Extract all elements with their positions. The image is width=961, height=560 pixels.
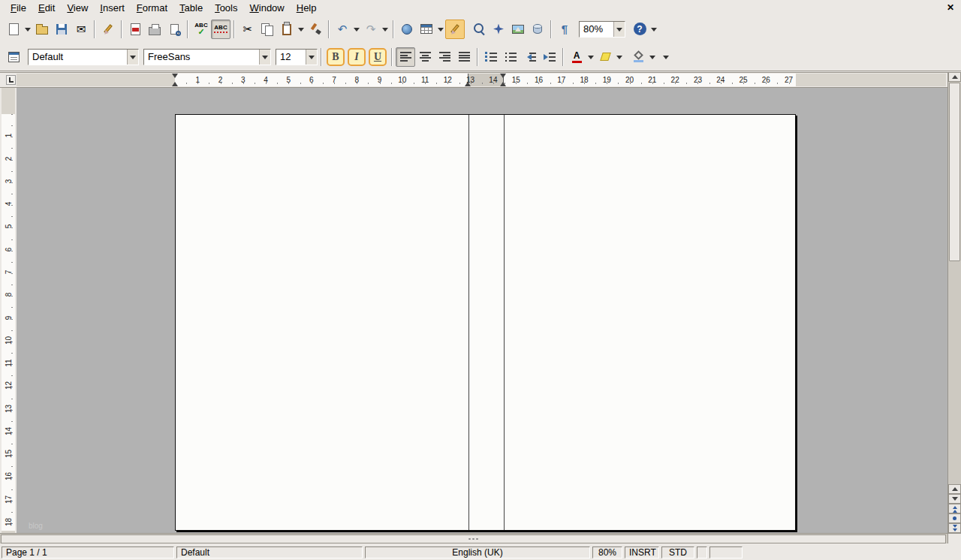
export-pdf-button[interactable] bbox=[125, 20, 145, 39]
insert-table-button[interactable] bbox=[417, 20, 436, 39]
scroll-up-button[interactable] bbox=[948, 72, 961, 82]
font-color-button[interactable]: A bbox=[567, 47, 586, 67]
background-color-button[interactable] bbox=[628, 47, 648, 67]
status-insert-mode[interactable]: INSRT bbox=[625, 546, 659, 558]
status-language[interactable]: English (UK) bbox=[365, 546, 590, 558]
hyperlink-button[interactable] bbox=[397, 20, 417, 39]
open-button[interactable] bbox=[32, 20, 52, 39]
save-icon bbox=[56, 24, 67, 35]
nonprinting-characters-button[interactable]: ¶ bbox=[555, 20, 574, 39]
new-document-dropdown[interactable] bbox=[23, 20, 32, 39]
menu-file[interactable]: File bbox=[5, 2, 32, 14]
toolbar-options-dropdown[interactable] bbox=[661, 47, 670, 67]
paragraph-style-dropdown-icon[interactable] bbox=[127, 50, 138, 65]
font-name-dropdown-icon[interactable] bbox=[259, 50, 270, 65]
spellcheck-button[interactable]: ABC✓ bbox=[191, 20, 211, 39]
scroll-down-button[interactable] bbox=[948, 494, 961, 504]
status-modified[interactable] bbox=[709, 546, 743, 558]
justify-button[interactable] bbox=[454, 47, 474, 67]
zoom-dropdown-icon[interactable] bbox=[613, 22, 625, 37]
menu-format[interactable]: Format bbox=[131, 2, 173, 14]
draw-functions-icon bbox=[450, 24, 459, 34]
left-indent-marker[interactable] bbox=[172, 79, 178, 86]
left-indent-marker[interactable] bbox=[500, 79, 506, 86]
bold-button[interactable]: B bbox=[327, 48, 345, 66]
toolbar-separator bbox=[391, 48, 393, 66]
menu-insert[interactable]: Insert bbox=[94, 2, 131, 14]
copy-button[interactable] bbox=[258, 20, 277, 39]
paste-button[interactable] bbox=[277, 20, 297, 39]
bullet-list-button[interactable] bbox=[501, 47, 520, 67]
tab-stop-type-button[interactable] bbox=[6, 75, 16, 85]
menu-tools[interactable]: Tools bbox=[209, 2, 243, 14]
zoom-combo[interactable]: 80% bbox=[579, 21, 625, 38]
save-button[interactable] bbox=[52, 20, 71, 39]
highlighting-dropdown[interactable] bbox=[615, 47, 624, 67]
navigation-button[interactable] bbox=[948, 513, 961, 523]
font-name-combo[interactable]: FreeSans bbox=[143, 49, 271, 65]
edit-file-button[interactable] bbox=[98, 20, 118, 39]
font-size-dropdown-icon[interactable] bbox=[306, 50, 317, 65]
vertical-scrollbar[interactable] bbox=[947, 72, 961, 533]
previous-page-button[interactable] bbox=[948, 504, 961, 513]
menu-help[interactable]: Help bbox=[291, 2, 323, 14]
menu-view[interactable]: View bbox=[61, 2, 94, 14]
background-color-dropdown[interactable] bbox=[648, 47, 657, 67]
scroll-up-button-bottom[interactable] bbox=[948, 484, 961, 494]
autospellcheck-button[interactable]: ABC bbox=[211, 20, 230, 39]
vertical-ruler[interactable]: 123456789101112131415161718 bbox=[2, 88, 15, 533]
status-zoom[interactable]: 80% bbox=[592, 546, 622, 558]
paste-dropdown[interactable] bbox=[297, 20, 306, 39]
h-ruler-number: 23 bbox=[694, 74, 702, 86]
cut-button[interactable]: ✂ bbox=[238, 20, 258, 39]
styles-window-button[interactable] bbox=[4, 47, 23, 67]
font-color-dropdown[interactable] bbox=[586, 47, 595, 67]
data-sources-icon bbox=[533, 24, 542, 34]
new-document-button[interactable] bbox=[4, 20, 23, 39]
horizontal-scrollbar-thumb[interactable] bbox=[1, 534, 946, 543]
document-page[interactable] bbox=[175, 114, 796, 531]
next-page-button[interactable] bbox=[948, 523, 961, 533]
redo-dropdown[interactable] bbox=[381, 20, 390, 39]
gallery-button[interactable] bbox=[508, 20, 528, 39]
horizontal-scrollbar[interactable] bbox=[0, 533, 947, 543]
align-right-button[interactable] bbox=[435, 47, 454, 67]
horizontal-ruler-strip[interactable]: 1234567891011121314151617181920212223242… bbox=[17, 74, 946, 86]
italic-button[interactable]: I bbox=[348, 48, 366, 66]
status-page[interactable]: Page 1 / 1 bbox=[2, 546, 174, 558]
new-document-icon bbox=[9, 23, 19, 35]
email-button[interactable]: ✉ bbox=[71, 20, 91, 39]
cut-icon: ✂ bbox=[243, 23, 253, 35]
highlighting-button[interactable] bbox=[595, 47, 615, 67]
toolbar-options-dropdown[interactable] bbox=[649, 20, 658, 39]
find-replace-button[interactable] bbox=[469, 20, 489, 39]
menu-window[interactable]: Window bbox=[243, 2, 290, 14]
undo-button[interactable]: ↶ bbox=[333, 20, 352, 39]
print-button[interactable] bbox=[145, 20, 164, 39]
undo-dropdown[interactable] bbox=[352, 20, 361, 39]
menu-table[interactable]: Table bbox=[173, 2, 209, 14]
align-center-button[interactable] bbox=[415, 47, 435, 67]
navigator-button[interactable] bbox=[489, 20, 508, 39]
format-paintbrush-button[interactable] bbox=[306, 20, 325, 39]
paragraph-style-combo[interactable]: Default bbox=[28, 49, 139, 65]
help-button[interactable]: ? bbox=[630, 20, 649, 39]
underline-button[interactable]: U bbox=[369, 48, 387, 66]
h-ruler-number: 9 bbox=[378, 74, 382, 86]
numbered-list-button[interactable] bbox=[481, 47, 501, 67]
menu-edit[interactable]: Edit bbox=[32, 2, 61, 14]
font-size-combo[interactable]: 12 bbox=[276, 49, 318, 65]
status-selection-mode[interactable]: STD bbox=[661, 546, 694, 558]
align-left-button[interactable] bbox=[396, 47, 415, 67]
data-sources-button[interactable] bbox=[528, 20, 547, 39]
redo-button[interactable]: ↷ bbox=[361, 20, 381, 39]
show-draw-functions-button[interactable] bbox=[445, 20, 465, 39]
status-page-style[interactable]: Default bbox=[176, 546, 363, 558]
insert-table-dropdown[interactable] bbox=[436, 20, 445, 39]
vertical-scrollbar-thumb[interactable] bbox=[949, 83, 960, 261]
status-hyperlink-mode[interactable] bbox=[697, 546, 707, 558]
increase-indent-button[interactable] bbox=[540, 47, 559, 67]
page-preview-button[interactable] bbox=[164, 20, 184, 39]
close-document-icon[interactable]: ✕ bbox=[944, 2, 956, 14]
decrease-indent-button[interactable] bbox=[520, 47, 540, 67]
